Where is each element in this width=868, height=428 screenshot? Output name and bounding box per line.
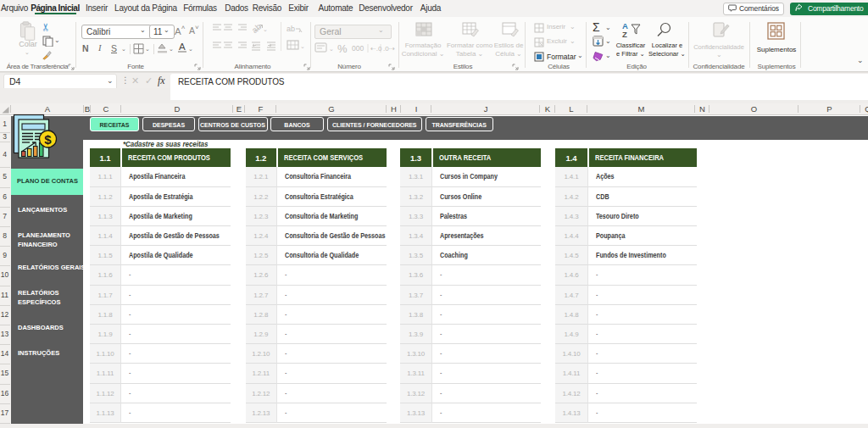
svg-text:$: $ — [44, 132, 52, 147]
svg-text:⌄: ⌄ — [300, 43, 305, 49]
svg-text:⇠.0: ⇠.0 — [370, 45, 382, 53]
svg-text:⌄: ⌄ — [329, 46, 334, 52]
svg-text:000: 000 — [352, 44, 364, 53]
svg-text:.0⇢: .0⇢ — [383, 45, 395, 53]
svg-text:⌄: ⌄ — [263, 26, 268, 32]
svg-text:%: % — [337, 42, 348, 55]
svg-text:Z: Z — [622, 30, 627, 38]
svg-text:ab: ab — [250, 21, 264, 35]
svg-text:ab: ab — [287, 25, 295, 33]
